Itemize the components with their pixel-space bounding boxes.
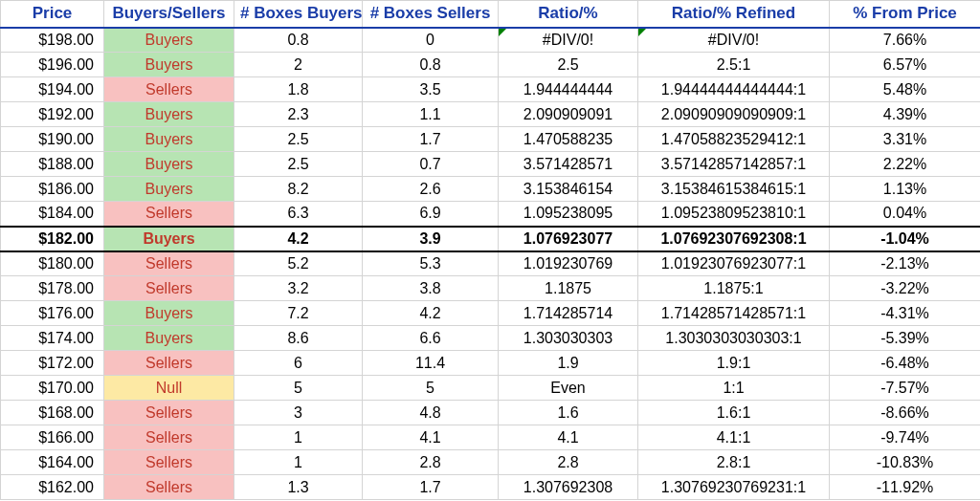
cell-price[interactable]: $178.00 xyxy=(1,276,104,301)
cell-price[interactable]: $194.00 xyxy=(1,77,104,102)
spreadsheet-table[interactable]: Price Buyers/Sellers # Boxes Buyers # Bo… xyxy=(0,0,980,500)
table-row[interactable]: $170.00Null55Even1:1-7.57% xyxy=(1,376,981,401)
cell-ratio[interactable]: 4.1 xyxy=(499,425,638,450)
cell-ratio[interactable]: 2.8 xyxy=(499,450,638,475)
cell-boxes-buyers[interactable]: 2.5 xyxy=(234,127,363,152)
table-row[interactable]: $190.00Buyers2.51.71.4705882351.47058823… xyxy=(1,127,981,152)
cell-price[interactable]: $188.00 xyxy=(1,152,104,177)
cell-ratio[interactable]: 1.9 xyxy=(499,351,638,376)
cell-boxes-buyers[interactable]: 8.6 xyxy=(234,326,363,351)
cell-buyers-sellers[interactable]: Buyers xyxy=(104,127,234,152)
cell-pct-from-price[interactable]: 2.22% xyxy=(830,152,981,177)
cell-buyers-sellers[interactable]: Buyers xyxy=(104,177,234,202)
cell-ratio-refined[interactable]: 1.6:1 xyxy=(638,401,830,425)
cell-ratio[interactable]: 1.095238095 xyxy=(499,202,638,227)
header-boxes-buyers[interactable]: # Boxes Buyers xyxy=(234,1,363,28)
cell-price[interactable]: $170.00 xyxy=(1,376,104,401)
cell-ratio-refined[interactable]: 1.07692307692308:1 xyxy=(638,227,830,251)
cell-buyers-sellers[interactable]: Sellers xyxy=(104,77,234,102)
cell-ratio-refined[interactable]: 1.09523809523810:1 xyxy=(638,202,830,227)
cell-boxes-buyers[interactable]: 5.2 xyxy=(234,251,363,276)
cell-boxes-sellers[interactable]: 2.8 xyxy=(363,450,499,475)
cell-boxes-sellers[interactable]: 3.5 xyxy=(363,77,499,102)
cell-ratio[interactable]: 1.307692308 xyxy=(499,475,638,500)
cell-price[interactable]: $180.00 xyxy=(1,251,104,276)
cell-buyers-sellers[interactable]: Sellers xyxy=(104,251,234,276)
cell-boxes-buyers[interactable]: 2.5 xyxy=(234,152,363,177)
cell-boxes-buyers[interactable]: 3 xyxy=(234,401,363,425)
cell-boxes-sellers[interactable]: 11.4 xyxy=(363,351,499,376)
table-row[interactable]: $178.00Sellers3.23.81.18751.1875:1-3.22% xyxy=(1,276,981,301)
cell-boxes-sellers[interactable]: 6.6 xyxy=(363,326,499,351)
cell-ratio[interactable]: 2.090909091 xyxy=(499,102,638,127)
cell-pct-from-price[interactable]: -5.39% xyxy=(830,326,981,351)
table-row[interactable]: $188.00Buyers2.50.73.5714285713.57142857… xyxy=(1,152,981,177)
cell-ratio-refined[interactable]: 1.9:1 xyxy=(638,351,830,376)
cell-boxes-buyers[interactable]: 2 xyxy=(234,53,363,77)
cell-ratio[interactable]: 3.153846154 xyxy=(499,177,638,202)
table-row[interactable]: $186.00Buyers8.22.63.1538461543.15384615… xyxy=(1,177,981,202)
cell-ratio[interactable]: 1.076923077 xyxy=(499,227,638,251)
table-row[interactable]: $162.00Sellers1.31.71.3076923081.3076923… xyxy=(1,475,981,500)
cell-buyers-sellers[interactable]: Buyers xyxy=(104,326,234,351)
cell-boxes-buyers[interactable]: 8.2 xyxy=(234,177,363,202)
cell-pct-from-price[interactable]: 1.13% xyxy=(830,177,981,202)
cell-ratio-refined[interactable]: 1.71428571428571:1 xyxy=(638,301,830,326)
table-row[interactable]: $182.00Buyers4.23.91.0769230771.07692307… xyxy=(1,227,981,251)
cell-boxes-sellers[interactable]: 5 xyxy=(363,376,499,401)
cell-boxes-sellers[interactable]: 1.7 xyxy=(363,127,499,152)
cell-pct-from-price[interactable]: 4.39% xyxy=(830,102,981,127)
cell-pct-from-price[interactable]: -11.92% xyxy=(830,475,981,500)
cell-price[interactable]: $174.00 xyxy=(1,326,104,351)
cell-ratio-refined[interactable]: 1.1875:1 xyxy=(638,276,830,301)
cell-boxes-buyers[interactable]: 3.2 xyxy=(234,276,363,301)
cell-price[interactable]: $164.00 xyxy=(1,450,104,475)
cell-boxes-sellers[interactable]: 0.8 xyxy=(363,53,499,77)
cell-boxes-buyers[interactable]: 2.3 xyxy=(234,102,363,127)
cell-ratio[interactable]: 1.6 xyxy=(499,401,638,425)
cell-pct-from-price[interactable]: 5.48% xyxy=(830,77,981,102)
cell-boxes-buyers[interactable]: 5 xyxy=(234,376,363,401)
cell-buyers-sellers[interactable]: Sellers xyxy=(104,276,234,301)
header-boxes-sellers[interactable]: # Boxes Sellers xyxy=(363,1,499,28)
cell-boxes-sellers[interactable]: 3.9 xyxy=(363,227,499,251)
cell-buyers-sellers[interactable]: Sellers xyxy=(104,401,234,425)
cell-buyers-sellers[interactable]: Buyers xyxy=(104,53,234,77)
cell-ratio[interactable]: 2.5 xyxy=(499,53,638,77)
cell-boxes-buyers[interactable]: 0.8 xyxy=(234,28,363,53)
header-pct-from-price[interactable]: % From Price xyxy=(830,1,981,28)
cell-price[interactable]: $186.00 xyxy=(1,177,104,202)
cell-price[interactable]: $176.00 xyxy=(1,301,104,326)
cell-pct-from-price[interactable]: 6.57% xyxy=(830,53,981,77)
cell-ratio[interactable]: 3.571428571 xyxy=(499,152,638,177)
cell-price[interactable]: $196.00 xyxy=(1,53,104,77)
cell-buyers-sellers[interactable]: Sellers xyxy=(104,351,234,376)
cell-boxes-sellers[interactable]: 2.6 xyxy=(363,177,499,202)
cell-price[interactable]: $168.00 xyxy=(1,401,104,425)
cell-ratio[interactable]: Even xyxy=(499,376,638,401)
cell-pct-from-price[interactable]: -1.04% xyxy=(830,227,981,251)
header-price[interactable]: Price xyxy=(1,1,104,28)
table-row[interactable]: $184.00Sellers6.36.91.0952380951.0952380… xyxy=(1,202,981,227)
cell-pct-from-price[interactable]: -8.66% xyxy=(830,401,981,425)
cell-buyers-sellers[interactable]: Buyers xyxy=(104,152,234,177)
cell-ratio-refined[interactable]: 1.30769230769231:1 xyxy=(638,475,830,500)
cell-price[interactable]: $166.00 xyxy=(1,425,104,450)
cell-price[interactable]: $182.00 xyxy=(1,227,104,251)
cell-boxes-buyers[interactable]: 1.3 xyxy=(234,475,363,500)
table-row[interactable]: $168.00Sellers34.81.61.6:1-8.66% xyxy=(1,401,981,425)
cell-boxes-buyers[interactable]: 7.2 xyxy=(234,301,363,326)
cell-ratio-refined[interactable]: 1.94444444444444:1 xyxy=(638,77,830,102)
cell-boxes-sellers[interactable]: 1.1 xyxy=(363,102,499,127)
cell-price[interactable]: $198.00 xyxy=(1,28,104,53)
header-ratio-refined[interactable]: Ratio/% Refined xyxy=(638,1,830,28)
cell-pct-from-price[interactable]: -6.48% xyxy=(830,351,981,376)
header-ratio[interactable]: Ratio/% xyxy=(499,1,638,28)
table-row[interactable]: $166.00Sellers14.14.14.1:1-9.74% xyxy=(1,425,981,450)
cell-ratio[interactable]: 1.470588235 xyxy=(499,127,638,152)
cell-boxes-sellers[interactable]: 4.8 xyxy=(363,401,499,425)
cell-buyers-sellers[interactable]: Sellers xyxy=(104,425,234,450)
cell-boxes-sellers[interactable]: 3.8 xyxy=(363,276,499,301)
table-row[interactable]: $198.00Buyers0.80#DIV/0!#DIV/0!7.66% xyxy=(1,28,981,53)
cell-buyers-sellers[interactable]: Null xyxy=(104,376,234,401)
